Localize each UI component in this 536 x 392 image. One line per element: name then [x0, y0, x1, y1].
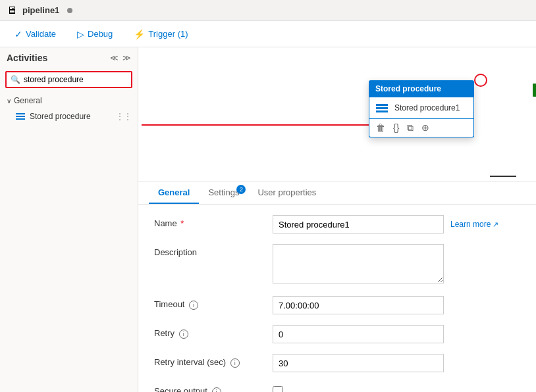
- timeout-label: Timeout i: [154, 296, 273, 310]
- activity-label: Stored procedure: [30, 112, 91, 121]
- properties-tabs: General Settings 2 User properties: [138, 182, 536, 205]
- secure-output-checkbox[interactable]: [273, 386, 283, 392]
- retry-interval-label-text: Retry interval (sec): [154, 357, 226, 367]
- name-input[interactable]: [273, 215, 444, 233]
- divider-line: [490, 176, 516, 177]
- sidebar-title: Activities: [7, 53, 47, 63]
- secure-output-label-text: Secure output: [154, 386, 207, 392]
- retry-info-icon[interactable]: i: [179, 330, 188, 339]
- name-row: Name * Learn more ↗: [154, 215, 520, 233]
- node-tooltip-title: Stored procedure: [375, 84, 441, 93]
- validate-icon: ✓: [14, 29, 22, 39]
- category-label: General: [14, 96, 42, 105]
- trigger-button[interactable]: ⚡ Trigger (1): [130, 26, 192, 42]
- debug-button[interactable]: ▷ Debug: [73, 26, 117, 42]
- code-button[interactable]: {}: [393, 122, 399, 134]
- trigger-label: Trigger (1): [148, 29, 188, 39]
- collapse-icon[interactable]: ≪: [110, 53, 119, 62]
- secure-output-row: Secure output i: [154, 383, 520, 392]
- node-tooltip-header: Stored procedure: [369, 80, 474, 97]
- tab-general-label: General: [158, 187, 190, 197]
- retry-control: [273, 325, 520, 343]
- validate-button[interactable]: ✓ Validate: [11, 26, 60, 42]
- top-bar: 🖥 pipeline1: [0, 0, 536, 21]
- tab-general[interactable]: General: [149, 182, 199, 204]
- learn-more-text: Learn more: [450, 220, 491, 229]
- sidebar-controls[interactable]: ≪ ≫: [110, 53, 131, 62]
- activity-lines-icon: [16, 113, 25, 120]
- expand-icon[interactable]: ≫: [122, 53, 131, 62]
- secure-output-info-icon[interactable]: i: [212, 387, 221, 392]
- validate-label: Validate: [26, 29, 56, 39]
- search-box[interactable]: 🔍: [5, 71, 132, 88]
- retry-interval-label: Retry interval (sec) i: [154, 354, 273, 368]
- toolbar: ✓ Validate ▷ Debug ⚡ Trigger (1): [0, 21, 536, 47]
- timeout-input[interactable]: [273, 296, 444, 314]
- search-icon: 🔍: [11, 75, 20, 84]
- name-label-text: Name: [154, 218, 177, 228]
- retry-label-text: Retry: [154, 328, 174, 338]
- debug-label: Debug: [88, 29, 113, 39]
- tab-user-properties-label: User properties: [257, 187, 316, 197]
- tab-user-properties[interactable]: User properties: [248, 182, 325, 204]
- secure-output-control: [273, 383, 520, 392]
- sidebar-header: Activities ≪ ≫: [0, 47, 138, 68]
- properties-panel: General Settings 2 User properties Name …: [138, 182, 536, 392]
- canvas-area: Stored procedure Stored procedure1 🗑 {} …: [138, 47, 536, 392]
- description-control: [273, 244, 520, 285]
- canvas[interactable]: Stored procedure Stored procedure1 🗑 {} …: [138, 47, 536, 182]
- description-input[interactable]: [273, 244, 444, 283]
- drag-arrow: [142, 115, 392, 135]
- tab-settings-label: Settings: [208, 187, 239, 197]
- node-green-indicator: [533, 84, 536, 97]
- retry-interval-input[interactable]: [273, 354, 444, 372]
- activity-stored-procedure[interactable]: Stored procedure ⋮⋮: [0, 108, 138, 125]
- sidebar: Activities ≪ ≫ 🔍 ∨ General Stored proced…: [0, 47, 138, 392]
- external-link-icon: ↗: [493, 220, 498, 229]
- debug-icon: ▷: [77, 29, 84, 39]
- chevron-down-icon: ∨: [7, 97, 11, 105]
- name-required: *: [180, 218, 184, 228]
- retry-input[interactable]: [273, 325, 444, 343]
- retry-label: Retry i: [154, 325, 273, 339]
- pipeline-title: pipeline1: [22, 5, 59, 15]
- description-row: Description: [154, 244, 520, 285]
- retry-row: Retry i: [154, 325, 520, 343]
- name-label: Name *: [154, 215, 273, 228]
- secure-output-label: Secure output i: [154, 383, 273, 392]
- properties-body: Name * Learn more ↗: [138, 205, 536, 392]
- node-circle-indicator: [474, 74, 487, 87]
- app-icon: 🖥: [7, 5, 17, 16]
- node-icon: [376, 103, 389, 113]
- retry-interval-info-icon[interactable]: i: [230, 358, 240, 368]
- dot-indicator: [67, 8, 72, 13]
- timeout-control: [273, 296, 520, 314]
- learn-more-link[interactable]: Learn more ↗: [450, 220, 498, 229]
- timeout-row: Timeout i: [154, 296, 520, 314]
- drag-handle[interactable]: ⋮⋮: [116, 112, 132, 121]
- search-input[interactable]: [24, 75, 127, 84]
- retry-interval-row: Retry interval (sec) i: [154, 354, 520, 372]
- node-tooltip-actions: 🗑 {} ⧉ ⊕: [369, 119, 474, 137]
- node-tooltip[interactable]: Stored procedure Stored procedure1 🗑 {} …: [369, 80, 474, 137]
- node-tooltip-body: Stored procedure1: [369, 97, 474, 119]
- tab-settings[interactable]: Settings 2: [199, 182, 248, 204]
- timeout-info-icon[interactable]: i: [189, 301, 198, 310]
- description-label-text: Description: [154, 247, 197, 257]
- retry-interval-control: [273, 354, 520, 372]
- delete-button[interactable]: 🗑: [376, 122, 385, 134]
- copy-button[interactable]: ⧉: [407, 122, 414, 134]
- category-general[interactable]: ∨ General: [0, 93, 138, 108]
- main-layout: Activities ≪ ≫ 🔍 ∨ General Stored proced…: [0, 47, 536, 392]
- description-label: Description: [154, 244, 273, 257]
- activity-icon: [15, 112, 26, 121]
- settings-badge: 2: [236, 185, 246, 194]
- connect-button[interactable]: ⊕: [421, 122, 429, 134]
- name-control: Learn more ↗: [273, 215, 520, 233]
- node-activity-name: Stored procedure1: [394, 103, 460, 112]
- trigger-icon: ⚡: [134, 29, 145, 39]
- timeout-label-text: Timeout: [154, 299, 184, 309]
